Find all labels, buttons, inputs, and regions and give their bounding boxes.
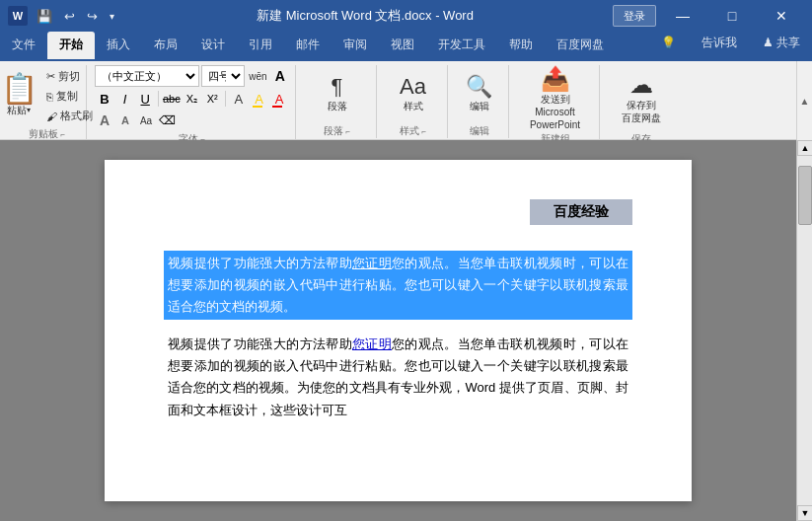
clipboard-launcher[interactable]: ⌐ [60, 130, 65, 139]
window-title: 新建 Microsoft Word 文档.docx - Word [117, 7, 613, 25]
tab-review[interactable]: 审阅 [332, 32, 379, 59]
restore-button[interactable]: □ [709, 0, 755, 32]
tab-share[interactable]: ♟ 共享 [751, 30, 812, 57]
sendto-label: 发送到Microsoft PowerPoint [522, 93, 589, 131]
paragraph-group-label: 段落 ⌐ [304, 124, 370, 138]
tab-design[interactable]: 设计 [189, 32, 237, 59]
sendto-ppt-button[interactable]: 📤 发送到Microsoft PowerPoint [516, 69, 595, 126]
paragraph-big-button[interactable]: ¶ 段落 [318, 65, 357, 122]
clear-format-button[interactable]: ⌫ [157, 111, 177, 130]
superscript-button[interactable]: X² [202, 89, 222, 109]
bold-button[interactable]: B [95, 89, 114, 109]
divider1 [158, 91, 159, 107]
vertical-scrollbar: ▲ ▼ [796, 140, 812, 521]
styles-group-label: 样式 ⌐ [385, 124, 441, 138]
ribbon-group-sendto: 📤 发送到Microsoft PowerPoint 新建组 [511, 65, 600, 146]
strikethrough-button[interactable]: abc [162, 89, 182, 109]
ribbon-tabs-bar: 文件 开始 插入 布局 设计 引用 邮件 审阅 视图 开发工具 帮助 百度网盘 … [0, 32, 812, 61]
tab-light-icon[interactable]: 💡 [649, 30, 688, 57]
change-case-button[interactable]: Aa [136, 111, 156, 130]
customize-qat-icon[interactable]: ▾ [107, 9, 117, 24]
title-text: 新建 Microsoft Word 文档.docx - Word [257, 8, 474, 23]
editing-icon: 🔍 [466, 74, 492, 100]
tab-references[interactable]: 引用 [237, 32, 284, 59]
font-controls: （中文正文） 四号 wēn A B I U abc X₂ X² [95, 65, 289, 130]
text-effects-button[interactable]: A [229, 89, 249, 109]
save-qat-icon[interactable]: 💾 [34, 7, 55, 26]
styles-launcher[interactable]: ⌐ [421, 127, 426, 136]
paragraph-launcher[interactable]: ⌐ [345, 127, 350, 136]
document-scroll-area[interactable]: 百度经验 视频提供了功能强大的方法帮助您证明您的观点。当您单击联机视频时，可以在… [0, 140, 796, 521]
document-paragraph-2[interactable]: 视频提供了功能强大的方法帮助您证明您的观点。当您单击联机视频时，可以在想要添加的… [164, 332, 632, 422]
para1-link[interactable]: 您证明 [352, 256, 392, 270]
font-size-select[interactable]: 四号 [201, 65, 245, 87]
paragraph-icon: ¶ [332, 74, 343, 100]
scrollbar-up-arrow[interactable]: ▲ [797, 140, 812, 156]
underline-button[interactable]: U [135, 89, 155, 109]
scrollbar-thumb[interactable] [798, 166, 812, 225]
font-color-button[interactable]: A [269, 89, 289, 109]
editing-btn-label: 编辑 [470, 100, 489, 113]
title-bar-left: W 💾 ↩ ↪ ▾ [8, 6, 117, 26]
close-button[interactable]: ✕ [759, 0, 804, 32]
document-container: 百度经验 视频提供了功能强大的方法帮助您证明您的观点。当您单击联机视频时，可以在… [0, 140, 812, 521]
sendto-icon: 📤 [541, 65, 570, 93]
font-row1: （中文正文） 四号 wēn A [95, 65, 289, 87]
save-baidu-button[interactable]: ☁ 保存到百度网盘 [607, 69, 676, 126]
tab-home[interactable]: 开始 [47, 32, 95, 59]
document-title: 百度经验 [530, 199, 632, 225]
large-a-button[interactable]: A [271, 66, 289, 86]
ribbon: 📋 粘贴▾ ✂ 剪切 ⎘ 复制 🖌 格式刷 剪贴板 ⌐ （中 [0, 61, 812, 140]
styles-icon: Aa [400, 74, 426, 100]
ribbon-scroll-button[interactable]: ▲ [796, 61, 812, 140]
increase-font-button[interactable]: A [95, 111, 114, 130]
login-button[interactable]: 登录 [613, 5, 656, 27]
paste-icon: 📋 [1, 74, 37, 104]
document-paragraph-1[interactable]: 视频提供了功能强大的方法帮助您证明您的观点。当您单击联机视频时，可以在想要添加的… [164, 251, 632, 320]
title-bar-right: 登录 ― □ ✕ [613, 0, 804, 32]
format-painter-icon: 🖌 [46, 111, 57, 122]
decrease-font-button[interactable]: A [115, 111, 135, 130]
ribbon-wrapper: 📋 粘贴▾ ✂ 剪切 ⎘ 复制 🖌 格式刷 剪贴板 ⌐ （中 [0, 61, 812, 140]
font-row2: B I U abc X₂ X² A A A [95, 89, 289, 109]
para2-link[interactable]: 您证明 [352, 336, 392, 351]
undo-qat-icon[interactable]: ↩ [61, 7, 78, 26]
ribbon-scroll-icon: ▲ [800, 96, 810, 107]
tab-help[interactable]: 帮助 [497, 32, 545, 59]
highlight-color-button[interactable]: A [250, 89, 269, 109]
scrollbar-track [797, 156, 812, 505]
subscript-button[interactable]: X₂ [183, 89, 202, 109]
tab-mailings[interactable]: 邮件 [284, 32, 332, 59]
word-icon: W [8, 6, 28, 26]
italic-button[interactable]: I [115, 89, 135, 109]
ribbon-group-styles: Aa 样式 样式 ⌐ [379, 65, 448, 138]
copy-icon: ⎘ [46, 91, 53, 103]
divider2 [225, 91, 226, 107]
font-name-select[interactable]: （中文正文） [95, 65, 199, 87]
tab-view[interactable]: 视图 [379, 32, 426, 59]
para1-text-before: 视频提供了功能强大的方法帮助 [168, 256, 352, 270]
tab-developer[interactable]: 开发工具 [426, 32, 497, 59]
paragraph-content: ¶ 段落 [304, 65, 370, 122]
scrollbar-down-arrow[interactable]: ▼ [797, 505, 812, 521]
styles-big-button[interactable]: Aa 样式 [394, 65, 433, 122]
tab-layout[interactable]: 布局 [142, 32, 189, 59]
save-baidu-label: 保存到百度网盘 [622, 99, 661, 124]
tab-file[interactable]: 文件 [0, 32, 47, 59]
editing-big-button[interactable]: 🔍 编辑 [460, 65, 499, 122]
ribbon-group-paragraph: ¶ 段落 段落 ⌐ [298, 65, 377, 138]
tab-insert[interactable]: 插入 [95, 32, 142, 59]
tab-tellme[interactable]: 告诉我 [690, 30, 749, 57]
cut-icon: ✂ [46, 70, 55, 83]
title-bar: W 💾 ↩ ↪ ▾ 新建 Microsoft Word 文档.docx - Wo… [0, 0, 812, 32]
para2-text-before: 视频提供了功能强大的方法帮助 [168, 336, 352, 351]
ribbon-group-font: （中文正文） 四号 wēn A B I U abc X₂ X² [89, 65, 296, 146]
tab-baidu[interactable]: 百度网盘 [545, 32, 616, 59]
paste-button[interactable]: 📋 粘贴▾ [0, 67, 40, 124]
ribbon-group-save: ☁ 保存到百度网盘 保存 [602, 65, 681, 146]
save-baidu-icon: ☁ [629, 71, 653, 99]
ribbon-group-editing: 🔍 编辑 编辑 [450, 65, 509, 138]
wps-button[interactable]: wēn [247, 66, 268, 86]
minimize-button[interactable]: ― [660, 0, 705, 32]
redo-qat-icon[interactable]: ↪ [84, 7, 101, 26]
